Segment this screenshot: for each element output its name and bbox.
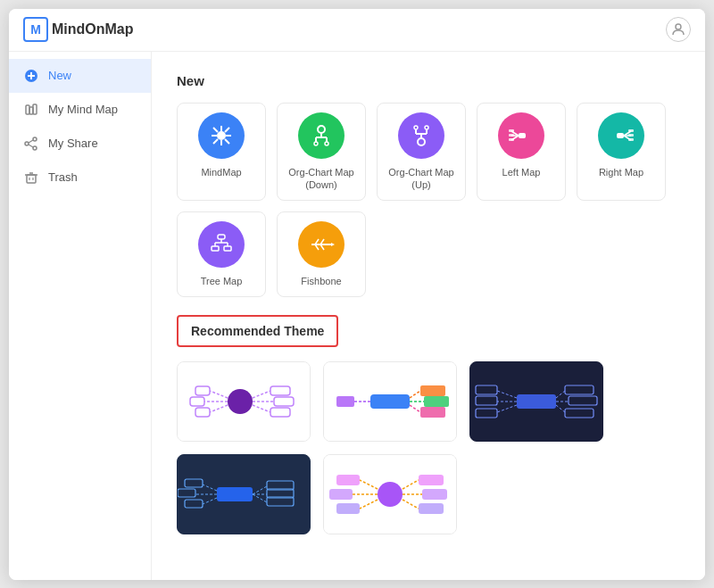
svg-rect-106 xyxy=(217,487,253,501)
left-map-label: Left Map xyxy=(502,166,541,178)
trash-icon xyxy=(23,170,39,186)
map-card-org-chart-down[interactable]: Org-Chart Map (Down) xyxy=(277,103,366,202)
user-avatar-button[interactable] xyxy=(666,17,691,42)
svg-rect-47 xyxy=(617,133,624,138)
svg-rect-46 xyxy=(509,138,514,141)
mindmap-label: MindMap xyxy=(201,166,241,178)
svg-point-120 xyxy=(378,482,403,507)
svg-rect-132 xyxy=(336,503,360,514)
svg-rect-128 xyxy=(336,475,360,485)
svg-point-8 xyxy=(25,142,29,145)
map-card-fishbone[interactable]: Fishbone xyxy=(277,211,366,297)
share-icon xyxy=(23,136,39,152)
svg-rect-53 xyxy=(628,138,634,141)
svg-point-38 xyxy=(414,126,418,129)
svg-point-33 xyxy=(418,138,425,145)
svg-rect-54 xyxy=(218,235,225,239)
right-map-icon xyxy=(598,112,644,159)
org-chart-up-icon xyxy=(398,112,444,159)
map-card-tree-map[interactable]: Tree Map xyxy=(177,211,266,297)
svg-rect-124 xyxy=(422,489,447,500)
right-map-label: Right Map xyxy=(599,166,643,178)
tree-map-label: Tree Map xyxy=(201,275,243,287)
plus-circle-icon xyxy=(23,68,39,84)
svg-rect-40 xyxy=(519,133,526,138)
svg-rect-12 xyxy=(27,175,36,183)
svg-rect-6 xyxy=(33,104,37,114)
main-layout: New My Mind Map xyxy=(9,52,705,580)
left-map-icon xyxy=(498,112,544,159)
svg-line-25 xyxy=(225,139,229,144)
svg-rect-122 xyxy=(419,475,444,485)
svg-point-32 xyxy=(325,142,328,145)
titlebar: M MindOnMap xyxy=(9,9,705,52)
svg-point-17 xyxy=(217,131,226,140)
svg-point-7 xyxy=(33,137,37,141)
svg-rect-84 xyxy=(420,385,445,396)
svg-rect-130 xyxy=(329,489,353,500)
svg-rect-92 xyxy=(517,394,556,409)
svg-line-10 xyxy=(29,140,33,143)
theme-card-1[interactable] xyxy=(177,361,311,442)
sidebar-item-my-share[interactable]: My Share xyxy=(9,127,151,161)
theme-card-3[interactable] xyxy=(469,361,603,442)
svg-rect-45 xyxy=(509,134,514,137)
svg-marker-66 xyxy=(331,243,335,246)
map-card-left-map[interactable]: Left Map xyxy=(477,103,566,202)
svg-rect-59 xyxy=(212,246,219,251)
mindmap-icon xyxy=(198,112,245,159)
sidebar-item-trash[interactable]: Trash xyxy=(9,161,151,195)
fishbone-label: Fishbone xyxy=(301,275,341,287)
sidebar-item-my-mind-map[interactable]: My Mind Map xyxy=(9,93,151,127)
svg-line-24 xyxy=(213,139,218,144)
sidebar-item-new[interactable]: New xyxy=(9,59,151,93)
svg-point-26 xyxy=(318,126,325,133)
new-section-title: New xyxy=(177,73,680,88)
org-chart-down-label: Org-Chart Map (Down) xyxy=(285,166,358,192)
theme-card-5[interactable] xyxy=(323,454,457,534)
logo-icon: M xyxy=(23,17,48,42)
svg-point-39 xyxy=(425,126,428,129)
org-chart-up-label: Org-Chart Map (Up) xyxy=(385,166,458,192)
svg-rect-52 xyxy=(628,134,634,137)
svg-point-9 xyxy=(33,146,37,150)
sidebar-item-new-label: New xyxy=(48,69,71,82)
svg-line-22 xyxy=(213,128,218,132)
map-card-org-chart-up[interactable]: Org-Chart Map (Up) xyxy=(377,103,466,202)
svg-line-23 xyxy=(225,128,229,132)
svg-line-11 xyxy=(29,145,33,147)
map-card-mindmap[interactable]: MindMap xyxy=(177,103,266,202)
svg-rect-51 xyxy=(628,129,634,132)
svg-rect-82 xyxy=(370,394,410,409)
fishbone-icon xyxy=(298,221,345,268)
sidebar-item-my-mind-map-label: My Mind Map xyxy=(48,103,118,116)
svg-rect-44 xyxy=(509,129,514,132)
logo: M MindOnMap xyxy=(23,17,134,42)
svg-point-0 xyxy=(676,24,681,29)
sidebar-item-trash-label: Trash xyxy=(48,170,78,184)
theme-card-2[interactable] xyxy=(323,361,457,442)
svg-rect-60 xyxy=(224,246,231,251)
app-title: MindOnMap xyxy=(52,21,134,37)
org-chart-down-icon xyxy=(298,112,345,159)
map-type-grid: MindMap Or xyxy=(177,103,680,298)
map-card-right-map[interactable]: Right Map xyxy=(577,103,666,202)
recommended-theme-box: Recommended Theme xyxy=(177,315,338,347)
recommended-theme-title: Recommended Theme xyxy=(191,324,324,338)
main-content: New xyxy=(152,52,705,580)
theme-card-4[interactable] xyxy=(177,454,311,534)
svg-point-31 xyxy=(314,142,318,145)
map-icon xyxy=(23,102,39,118)
theme-grid xyxy=(177,361,680,534)
sidebar-item-my-share-label: My Share xyxy=(48,137,98,150)
app-window: M MindOnMap New xyxy=(9,9,705,580)
svg-rect-88 xyxy=(420,407,445,418)
svg-rect-90 xyxy=(336,396,354,407)
sidebar: New My Mind Map xyxy=(9,52,152,580)
svg-point-68 xyxy=(228,389,253,414)
svg-rect-86 xyxy=(424,396,449,407)
tree-map-icon xyxy=(198,221,245,268)
svg-rect-126 xyxy=(419,503,444,514)
